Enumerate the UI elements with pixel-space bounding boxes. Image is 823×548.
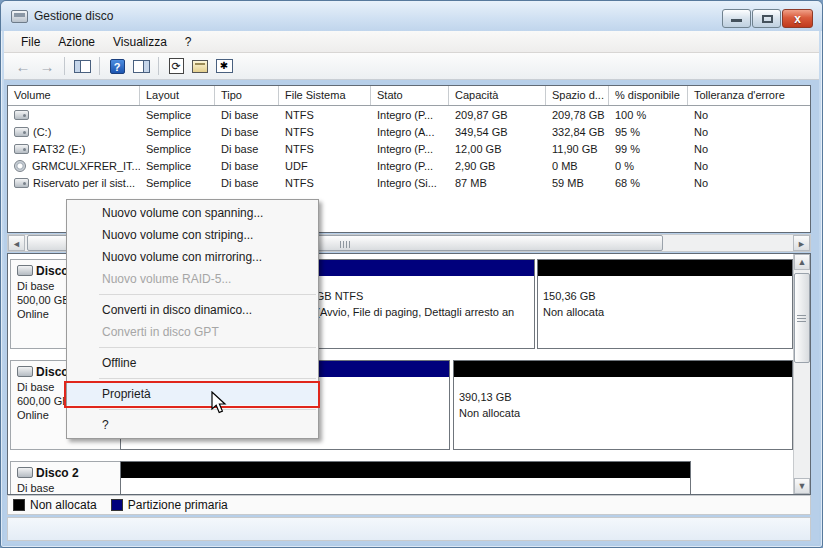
drive-icon — [14, 144, 29, 154]
partition-color-bar — [121, 462, 690, 478]
column-header-file-sistema[interactable]: File Sistema — [279, 86, 371, 105]
menu-item-help[interactable]: ? — [67, 414, 318, 436]
menu-help[interactable]: ? — [176, 32, 201, 52]
minimize-button[interactable] — [722, 9, 751, 28]
cell-pct: 100 % — [609, 109, 688, 121]
refresh-button[interactable]: ⟳ — [165, 55, 187, 77]
table-row[interactable]: Riservato per il sist... Semplice Di bas… — [8, 174, 810, 191]
mouse-cursor-icon — [211, 391, 228, 419]
show-action-pane-icon — [133, 60, 150, 73]
cell-stato: Integro (P... — [371, 160, 449, 172]
cell-fs: UDF — [279, 160, 371, 172]
minimize-icon — [731, 19, 742, 22]
scroll-down-arrow-icon[interactable]: ▼ — [794, 478, 810, 494]
drive-icon — [14, 127, 29, 137]
drive-icon — [14, 178, 29, 188]
table-row[interactable]: (C:) Semplice Di base NTFS Integro (A...… — [8, 123, 810, 140]
disk-context-menu: Nuovo volume con spanning... Nuovo volum… — [66, 199, 319, 439]
partition-status: Non allocata — [459, 405, 788, 421]
forward-icon: → — [40, 58, 55, 75]
table-row[interactable]: Semplice Di base NTFS Integro (P... 209,… — [8, 106, 810, 123]
cell-spazio: 59 MB — [546, 177, 609, 189]
table-row[interactable]: FAT32 (E:) Semplice Di base NTFS Integro… — [8, 140, 810, 157]
refresh-icon: ⟳ — [169, 58, 184, 74]
disk0-partition-unallocated[interactable]: 150,36 GB Non allocata — [537, 259, 793, 349]
menu-separator — [99, 409, 316, 410]
cell-stato: Integro (P... — [371, 109, 449, 121]
disk1-partition-unallocated[interactable]: 390,13 GB Non allocata — [453, 360, 793, 450]
legend-bar: Non allocata Partizione primaria — [7, 495, 811, 515]
app-icon — [11, 10, 28, 23]
maximize-button[interactable] — [752, 9, 781, 28]
toolbar-separator — [99, 57, 100, 75]
back-icon: ← — [16, 58, 31, 75]
volume-table-header: Volume Layout Tipo File Sistema Stato Ca… — [8, 86, 810, 106]
cell-tolleranza: No — [688, 143, 810, 155]
toolbar: ← → ? ⟳ ✱ — [4, 53, 819, 80]
menu-item-nuovo-volume-striping[interactable]: Nuovo volume con striping... — [67, 224, 318, 246]
disk2-partition-unallocated[interactable] — [120, 461, 691, 495]
menu-visualizza[interactable]: Visualizza — [104, 32, 176, 52]
scroll-left-arrow-icon[interactable]: ◄ — [8, 235, 25, 251]
cell-pct: 68 % — [609, 177, 688, 189]
partition-status: Non allocata — [543, 304, 788, 320]
column-header-tipo[interactable]: Tipo — [215, 86, 279, 105]
help-button[interactable]: ? — [106, 55, 128, 77]
cell-fs: NTFS — [279, 143, 371, 155]
toolbar-separator — [64, 57, 65, 75]
partition-color-bar — [538, 260, 792, 276]
column-header-spazio[interactable]: Spazio d... — [546, 86, 609, 105]
menu-separator — [99, 347, 316, 348]
forward-button[interactable]: → — [36, 55, 58, 77]
menu-item-nuovo-volume-mirroring[interactable]: Nuovo volume con mirroring... — [67, 246, 318, 268]
menu-separator — [99, 294, 316, 295]
cell-tipo: Di base — [215, 143, 279, 155]
cell-capacita: 12,00 GB — [449, 143, 546, 155]
cell-tolleranza: No — [688, 177, 810, 189]
back-button[interactable]: ← — [12, 55, 34, 77]
partition-color-bar — [454, 361, 792, 377]
close-button[interactable]: x — [782, 9, 813, 28]
menu-item-offline[interactable]: Offline — [67, 352, 318, 374]
column-header-disponibile[interactable]: % disponibile — [609, 86, 688, 105]
table-row[interactable]: GRMCULXFRER_IT... Semplice Di base UDF I… — [8, 157, 810, 174]
partition-size: 150,36 GB — [543, 288, 788, 304]
vertical-scrollbar[interactable]: ▲ ▼ — [793, 254, 810, 494]
menu-item-converti-dinamico[interactable]: Converti in disco dinamico... — [67, 299, 318, 321]
disk-management-icon: ✱ — [216, 59, 233, 73]
cell-layout: Semplice — [140, 126, 215, 138]
cell-volume: (C:) — [33, 126, 51, 138]
menu-separator — [99, 378, 316, 379]
disk-name: Disco 2 — [36, 466, 79, 480]
disk-icon — [17, 467, 33, 478]
cell-capacita: 87 MB — [449, 177, 546, 189]
cell-capacita: 349,54 GB — [449, 126, 546, 138]
legend-swatch-primary — [111, 499, 123, 511]
disk-management-button[interactable]: ✱ — [213, 55, 235, 77]
disk-icon — [17, 366, 33, 377]
column-header-stato[interactable]: Stato — [371, 86, 449, 105]
column-header-volume[interactable]: Volume — [8, 86, 140, 105]
menu-item-nuovo-volume-spanning[interactable]: Nuovo volume con spanning... — [67, 202, 318, 224]
show-console-tree-button[interactable] — [71, 55, 93, 77]
menu-azione[interactable]: Azione — [49, 32, 104, 52]
cell-spazio: 209,78 GB — [546, 109, 609, 121]
cell-fs: NTFS — [279, 109, 371, 121]
scrollbar-grip-icon — [797, 314, 806, 322]
menu-item-proprieta[interactable]: Proprietà — [67, 383, 318, 405]
properties-button[interactable] — [189, 55, 211, 77]
scroll-right-arrow-icon[interactable]: ► — [793, 235, 810, 251]
cell-tipo: Di base — [215, 109, 279, 121]
vertical-scrollbar-thumb[interactable] — [794, 273, 810, 363]
column-header-layout[interactable]: Layout — [140, 86, 215, 105]
cell-capacita: 2,90 GB — [449, 160, 546, 172]
menu-file[interactable]: File — [12, 32, 49, 52]
disk2-label[interactable]: Disco 2 Di base — [10, 461, 122, 495]
cell-volume: FAT32 (E:) — [33, 143, 85, 155]
scroll-up-arrow-icon[interactable]: ▲ — [794, 254, 810, 270]
column-header-tolleranza[interactable]: Tolleranza d'errore — [688, 86, 810, 105]
cell-capacita: 209,87 GB — [449, 109, 546, 121]
show-action-pane-button[interactable] — [130, 55, 152, 77]
cell-spazio: 332,84 GB — [546, 126, 609, 138]
column-header-capacita[interactable]: Capacità — [449, 86, 546, 105]
